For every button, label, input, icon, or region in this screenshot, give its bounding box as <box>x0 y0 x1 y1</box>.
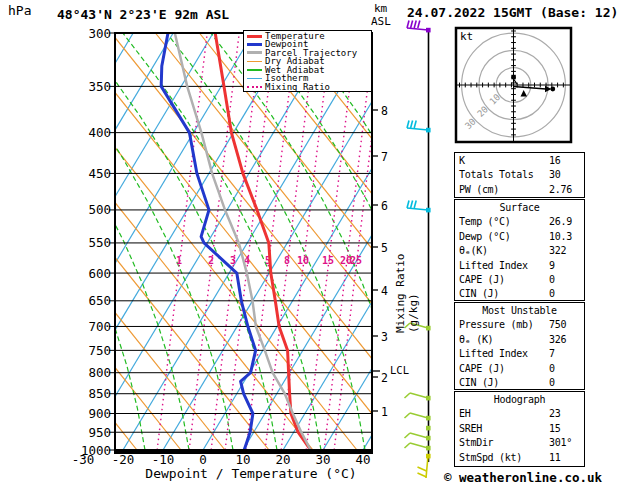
table-row: Dewp (°C)10.3 <box>455 229 584 243</box>
mixing-ratio-value-label: 2 <box>208 255 214 266</box>
temperature-legend-line <box>247 35 262 38</box>
temp-tick-label: -20 <box>112 452 135 467</box>
wind-barb-feather <box>414 21 416 29</box>
pressure-tick-label: 300 <box>71 27 111 40</box>
table-row: CIN (J)0 <box>455 286 584 300</box>
mixing-ratio-line <box>334 33 384 450</box>
table-row-label: StmDir <box>459 435 493 450</box>
wind-barb-feather <box>405 433 411 438</box>
km-tick-label: 1 <box>381 405 388 419</box>
wind-barb <box>407 21 431 33</box>
table-row-label: Lifted Index <box>459 258 528 273</box>
pressure-tick-label: 700 <box>71 320 111 333</box>
table-row-value: 2.76 <box>549 182 572 197</box>
wind-barb <box>426 426 431 431</box>
wet-adiabat-line <box>123 33 321 450</box>
wind-barb <box>405 443 431 450</box>
pressure-tick-label: 550 <box>71 236 111 249</box>
table-row-value: 750 <box>549 317 566 332</box>
wind-barb-feather <box>411 21 413 29</box>
wind-barb-shaft <box>410 393 428 398</box>
wind-barb-shaft <box>407 128 428 130</box>
wind-barb-feather <box>407 21 409 29</box>
wind-barb-shaft <box>410 433 428 438</box>
isotherm-line <box>0 33 53 450</box>
table-row-label: θₑ (K) <box>459 332 493 347</box>
dry-adiabat-line <box>0 33 137 450</box>
temp-tick-label: 40 <box>355 452 370 467</box>
mixing-ratio-line <box>157 33 207 450</box>
table-row-value: 11 <box>549 450 560 465</box>
km-tick-label: 4 <box>381 284 388 298</box>
info-table-indices: K16Totals Totals30PW (cm)2.76 <box>454 152 585 198</box>
wind-barb-shaft <box>407 208 428 210</box>
wind-barb-shaft <box>410 443 428 448</box>
wind-barb-feather <box>405 393 411 398</box>
isotherm-line <box>3 33 253 450</box>
altitude-axis-unit-asl: ASL <box>371 15 391 28</box>
wind-barb <box>407 121 431 133</box>
hodograph-point-dot <box>550 87 555 92</box>
table-row: StmSpd (kt)11 <box>455 450 584 464</box>
legend: TemperatureDewpointParcel TrajectoryDry … <box>243 30 372 92</box>
pressure-tick-label: 650 <box>71 294 111 307</box>
wind-barb-feather <box>418 467 427 471</box>
table-row: Lifted Index7 <box>455 346 584 360</box>
hodograph-panel: 102030 <box>456 28 571 142</box>
hodograph-point-square <box>511 75 516 80</box>
temp-tick-label: 30 <box>315 452 330 467</box>
hodograph-unit-label: kt <box>460 30 473 43</box>
temp-tick-label: -30 <box>72 452 95 467</box>
pressure-tick-label: 350 <box>71 80 111 93</box>
wind-barb-shaft <box>426 456 428 478</box>
wet-adiabat-line <box>255 33 453 450</box>
table-row-value: 26.9 <box>549 214 572 229</box>
table-row-label: θₑ(K) <box>459 243 488 258</box>
km-tick-label: 3 <box>381 330 388 344</box>
info-table-most-unstable: Most UnstablePressure (mb)750θₑ (K)326Li… <box>454 302 585 390</box>
table-row-label: K <box>459 153 465 168</box>
wind-barb-marker <box>426 426 431 431</box>
table-row: Pressure (mb)750 <box>455 317 584 331</box>
table-row: Lifted Index9 <box>455 258 584 272</box>
temp-tick-label: -10 <box>152 452 175 467</box>
km-tick-label: 5 <box>381 241 388 255</box>
wind-barb-feather <box>418 473 427 477</box>
table-row-value: 7 <box>549 346 555 361</box>
legend-item-label: Mixing Ratio <box>265 82 330 92</box>
pressure-axis-unit: hPa <box>8 3 31 18</box>
legend-item: Mixing Ratio <box>244 83 371 91</box>
wind-barb-feather <box>405 413 411 418</box>
mixing-ratio-value-label: 3 <box>230 255 236 266</box>
dry-adiabat-legend-line <box>247 61 262 63</box>
table-row-value: 0 <box>549 375 555 390</box>
info-table-surface: SurfaceTemp (°C)26.9Dewp (°C)10.3θₑ(K)32… <box>454 199 585 301</box>
isotherm-legend-line <box>247 78 262 80</box>
info-table-hodograph: HodographEH23SREH15StmDir301°StmSpd (kt)… <box>454 391 585 467</box>
km-tick-label: 8 <box>381 104 388 118</box>
km-tick-label: 6 <box>381 199 388 213</box>
pressure-tick-label: 950 <box>71 426 111 439</box>
mixing-ratio-value-label: 10 <box>297 255 309 266</box>
table-row-value: 0 <box>549 361 555 376</box>
pressure-tick-label: 850 <box>71 387 111 400</box>
table-row: θₑ(K)322 <box>455 243 584 257</box>
mixing-ratio-value-label: 15 <box>322 255 334 266</box>
x-axis-label: Dewpoint / Temperature (°C) <box>126 466 376 481</box>
wind-barb-feather <box>411 121 413 129</box>
temp-tick-label: 10 <box>235 452 250 467</box>
wind-barb-feather <box>407 121 409 129</box>
wind-barb <box>407 201 431 213</box>
mixing-ratio-legend-line <box>247 86 262 88</box>
run-datetime-title: 24.07.2022 15GMT (Base: 12) <box>407 5 618 20</box>
table-row-value: 9 <box>549 258 555 273</box>
table-row: EH23 <box>455 406 584 420</box>
table-row-value: 16 <box>549 153 560 168</box>
mixing-ratio-value-label: 1 <box>176 255 182 266</box>
mixing-ratio-line <box>306 33 356 450</box>
table-row-label: Temp (°C) <box>459 214 511 229</box>
km-tick-label: 2 <box>381 371 388 385</box>
dewpoint-legend-line <box>247 43 262 46</box>
mixing-ratio-axis-label: Mixing Ratio (g/kg) <box>394 213 420 333</box>
table-row-label: CAPE (J) <box>459 361 505 376</box>
